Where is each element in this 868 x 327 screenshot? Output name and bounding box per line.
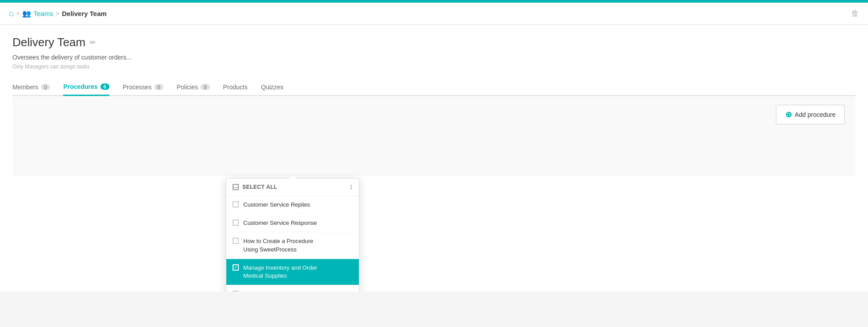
tab-procedures-label: Procedures: [63, 83, 97, 90]
selected-count: 1: [350, 184, 353, 190]
list-item[interactable]: Customer Service Response: [226, 214, 359, 232]
tab-procedures[interactable]: Procedures 0: [63, 79, 109, 96]
breadcrumb-sep-2: >: [56, 10, 60, 17]
tab-members-label: Members: [12, 84, 38, 91]
item-checkbox[interactable]: [233, 238, 239, 244]
add-procedure-button[interactable]: ⊕ Add procedure: [776, 105, 845, 124]
dropdown-header[interactable]: — SELECT ALL 1: [226, 179, 359, 196]
add-icon: ⊕: [785, 110, 792, 120]
item-label: Customer Service Response: [243, 219, 317, 227]
select-all-label: SELECT ALL: [242, 184, 277, 190]
page-note: Only Managers can assign tasks: [12, 64, 856, 70]
breadcrumb-teams-link[interactable]: 👥 Teams: [22, 9, 53, 18]
page-description: Oversees the delivery of customer orders…: [12, 54, 856, 61]
item-label: How to Create a ProcedureUsing SweetProc…: [243, 237, 313, 253]
tab-procedures-badge: 0: [100, 84, 109, 90]
list-item[interactable]: How to Create a ProcedureUsing SweetProc…: [226, 232, 359, 259]
page-title: Delivery Team: [12, 36, 85, 49]
procedure-dropdown: — SELECT ALL 1 Customer Service Replies …: [226, 178, 359, 291]
add-procedure-label: Add procedure: [795, 111, 836, 118]
list-item[interactable]: Customer Service Replies: [226, 196, 359, 214]
item-checkbox[interactable]: [233, 291, 239, 291]
select-all-row[interactable]: — SELECT ALL: [233, 184, 277, 190]
tab-policies-badge: 0: [201, 84, 209, 90]
tab-policies-label: Policies: [177, 84, 198, 91]
tab-quizzes-label: Quizzes: [261, 84, 284, 91]
tab-processes-badge: 0: [154, 84, 163, 90]
tab-products-label: Products: [223, 84, 248, 91]
item-label: Manage Inventory and OrderMedical Suppli…: [243, 264, 317, 280]
home-icon[interactable]: ⌂: [9, 9, 14, 18]
item-checkbox[interactable]: ✓: [233, 264, 239, 271]
tab-members-badge: 0: [41, 84, 50, 90]
procedures-tab-content: ⊕ Add procedure — SELECT ALL 1 Customer …: [12, 96, 856, 176]
select-all-checkbox[interactable]: —: [233, 184, 239, 190]
item-label: New Customer Onboarding: [243, 290, 313, 291]
tab-products[interactable]: Products: [223, 79, 248, 95]
item-checkbox[interactable]: [233, 219, 239, 226]
edit-icon[interactable]: ✏: [90, 38, 96, 47]
item-checkbox[interactable]: [233, 201, 239, 207]
page-content: Delivery Team ✏ Oversees the delivery of…: [0, 25, 868, 291]
breadcrumb-teams-label: Teams: [33, 10, 53, 17]
delete-team-button[interactable]: 🗑: [851, 9, 859, 18]
tab-quizzes[interactable]: Quizzes: [261, 79, 284, 95]
tab-processes-label: Processes: [123, 84, 152, 91]
breadcrumb: ⌂ > 👥 Teams > Delivery Team 🗑: [0, 3, 868, 25]
page-title-row: Delivery Team ✏: [12, 36, 856, 49]
tab-members[interactable]: Members 0: [12, 79, 50, 95]
tab-policies[interactable]: Policies 0: [177, 79, 209, 95]
tabs-bar: Members 0 Procedures 0 Processes 0 Polic…: [12, 79, 856, 96]
breadcrumb-sep-1: >: [16, 10, 20, 17]
teams-icon: 👥: [22, 9, 31, 18]
tab-processes[interactable]: Processes 0: [123, 79, 163, 95]
item-label: Customer Service Replies: [243, 201, 310, 209]
dropdown-list: Customer Service Replies Customer Servic…: [226, 196, 359, 291]
breadcrumb-current: Delivery Team: [62, 10, 107, 17]
list-item-selected[interactable]: ✓ Manage Inventory and OrderMedical Supp…: [226, 259, 359, 285]
list-item[interactable]: New Customer Onboarding: [226, 285, 359, 291]
